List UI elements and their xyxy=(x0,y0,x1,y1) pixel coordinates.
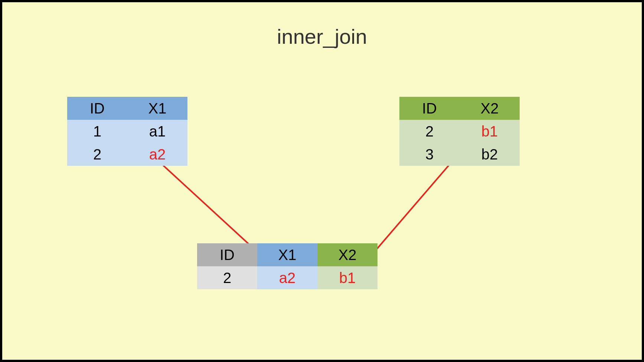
left-cell-x: a1 xyxy=(127,120,187,143)
diagram-canvas: inner_join ID X1 1 a1 2 a2 ID X2 2 b1 3 … xyxy=(0,0,644,362)
right-cell-id: 3 xyxy=(399,143,460,166)
table-row: 1 a1 xyxy=(67,120,187,143)
table-row: 3 b2 xyxy=(399,143,520,166)
right-header-id: ID xyxy=(399,97,460,120)
table-header-row: ID X1 X2 xyxy=(197,243,377,266)
result-cell-x2: b1 xyxy=(317,266,377,289)
right-cell-x-highlight: b1 xyxy=(460,120,520,143)
result-header-x2: X2 xyxy=(317,243,377,266)
result-cell-id: 2 xyxy=(197,266,257,289)
right-table: ID X2 2 b1 3 b2 xyxy=(399,97,520,166)
left-header-id: ID xyxy=(67,97,127,120)
left-cell-id: 2 xyxy=(67,143,127,166)
diagram-title: inner_join xyxy=(2,24,642,49)
table-row: 2 b1 xyxy=(399,120,520,143)
connector-lines xyxy=(2,2,642,360)
right-header-x2: X2 xyxy=(460,97,520,120)
result-header-x1: X1 xyxy=(257,243,317,266)
result-cell-x1: a2 xyxy=(257,266,317,289)
result-table: ID X1 X2 2 a2 b1 xyxy=(197,243,377,289)
table-row: 2 a2 b1 xyxy=(197,266,377,289)
left-cell-x-highlight: a2 xyxy=(127,143,187,166)
left-table: ID X1 1 a1 2 a2 xyxy=(67,97,187,166)
left-header-x1: X1 xyxy=(127,97,187,120)
left-cell-id: 1 xyxy=(67,120,127,143)
right-cell-id: 2 xyxy=(399,120,460,143)
right-cell-x: b2 xyxy=(460,143,520,166)
table-header-row: ID X1 xyxy=(67,97,187,120)
result-header-id: ID xyxy=(197,243,257,266)
table-header-row: ID X2 xyxy=(399,97,520,120)
table-row: 2 a2 xyxy=(67,143,187,166)
